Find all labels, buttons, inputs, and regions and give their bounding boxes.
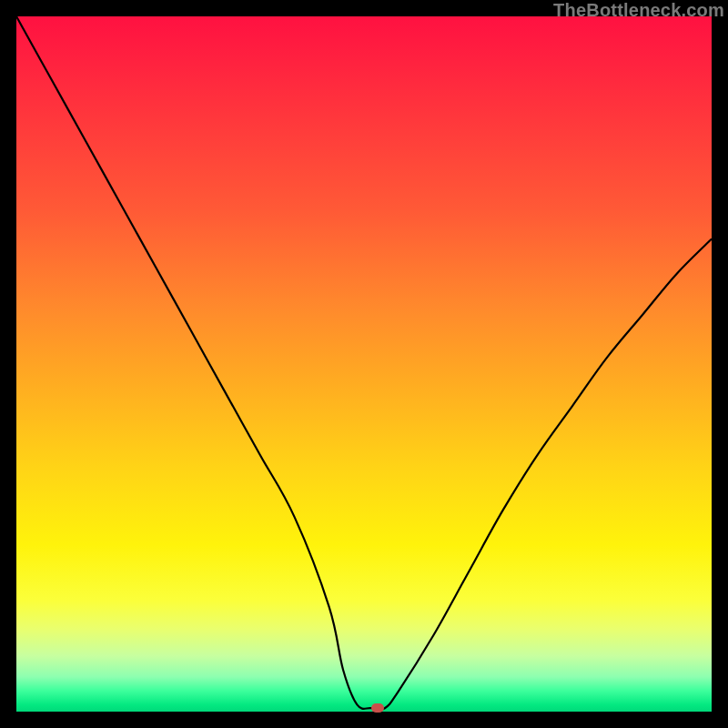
optimal-point-marker (371, 703, 384, 713)
chart-frame: TheBottleneck.com (0, 0, 728, 728)
bottleneck-curve (16, 16, 712, 712)
curve-path (16, 16, 712, 710)
plot-area (16, 16, 712, 712)
watermark-text: TheBottleneck.com (553, 0, 724, 21)
